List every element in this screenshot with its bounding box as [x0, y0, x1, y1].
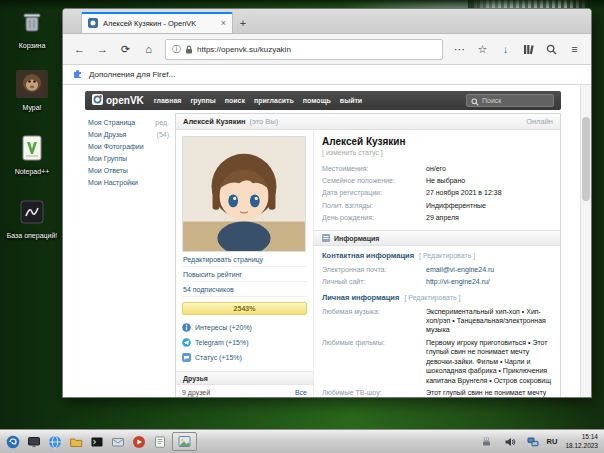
nav-home[interactable]: главная	[154, 97, 182, 104]
contact-edit-link[interactable]: [ Редактировать ]	[419, 252, 475, 259]
perk-telegram[interactable]: Telegram (+15%)	[182, 335, 307, 350]
nav-invite[interactable]: пригласить	[254, 97, 294, 104]
taskbar: RU 15:14 18.12.2023	[0, 429, 604, 453]
nav-groups[interactable]: группы	[190, 97, 215, 104]
interests-icon	[182, 323, 191, 333]
site-logo[interactable]: openVK	[92, 94, 144, 107]
sidebar-item-my-groups[interactable]: Мои Группы	[86, 152, 171, 164]
browser-tab[interactable]: Алексей Кузякин - OpenVK ×	[81, 12, 233, 33]
field-label: Любимые ТВ-шоу:	[322, 388, 426, 397]
usb-tray-icon[interactable]	[478, 433, 496, 451]
site-search-box[interactable]	[466, 94, 554, 107]
email-link[interactable]: email@vi-engine24.ru	[426, 265, 494, 274]
new-tab-button[interactable]: +	[233, 13, 253, 33]
desktop-icon-notepad[interactable]: Notepad++	[4, 134, 60, 176]
file-manager-icon[interactable]	[67, 433, 85, 451]
sidebar-item-my-answers[interactable]: Мои Ответы	[86, 164, 171, 176]
addon-puzzle-icon	[72, 68, 83, 81]
personal-field-row: Любимая музыка: Экспериментальный хип-хо…	[322, 305, 552, 336]
field-value: он/его	[426, 164, 446, 173]
lock-icon	[185, 40, 193, 58]
profile-container: Алексей Кузякин (это Вы) Онлайн	[175, 113, 561, 397]
perk-label: Telegram (+15%)	[195, 339, 249, 346]
downloads-icon[interactable]: ↓	[495, 39, 516, 60]
site-sidebar: Моя Страница ред. Мои Друзья (54) Мои Фо…	[85, 113, 175, 397]
openvk-logo-icon	[92, 94, 103, 107]
search-icon[interactable]	[541, 39, 562, 60]
field-value: Этот глупый свин не понимает мечту девоч…	[426, 388, 552, 397]
personal-edit-link[interactable]: [ Редактировать ]	[404, 294, 460, 301]
nav-logout[interactable]: выйти	[340, 97, 362, 104]
field-label: Личный сайт:	[322, 277, 426, 286]
home-button[interactable]: ⌂	[138, 39, 159, 60]
edit-page-link[interactable]: Редактировать страницу	[182, 252, 307, 267]
desktop-icon-photo[interactable]: Мура!	[4, 70, 60, 112]
personal-title-text: Личная информация	[322, 293, 399, 302]
perk-status[interactable]: Статус (+15%)	[182, 350, 307, 365]
volume-tray-icon[interactable]	[501, 433, 519, 451]
show-desktop-icon[interactable]	[25, 433, 43, 451]
profile-header-you: (это Вы)	[250, 117, 279, 126]
page-actions-icon[interactable]: ⋯	[449, 39, 470, 60]
desktop-icon-trash[interactable]: Корзина	[4, 8, 60, 50]
desktop-icon-app[interactable]: База операций!	[4, 198, 60, 240]
notepad-icon	[19, 134, 45, 166]
bookmark-star-icon[interactable]: ☆	[472, 39, 493, 60]
profile-header-name: Алексей Кузякин	[183, 117, 246, 126]
tray-clock[interactable]: 15:14 18.12.2023	[562, 433, 598, 449]
media-player-icon[interactable]	[130, 433, 148, 451]
desktop-icon-label: Notepad++	[4, 168, 60, 176]
contact-field-row: Электронная почта: email@vi-engine24.ru	[322, 263, 552, 275]
friends-all-link[interactable]: Все	[295, 389, 307, 396]
site-nav: главная группы поиск пригласить помощь в…	[154, 97, 362, 104]
mail-icon[interactable]	[109, 433, 127, 451]
menu-icon[interactable]: ≡	[564, 39, 585, 60]
open-window-task-button[interactable]	[172, 432, 197, 451]
sidebar-item-my-page[interactable]: Моя Страница ред.	[86, 116, 171, 128]
terminal-icon[interactable]	[88, 433, 106, 451]
nav-search[interactable]: поиск	[225, 97, 245, 104]
browser-launcher-icon[interactable]	[46, 433, 64, 451]
site-info-icon[interactable]: ⓘ	[172, 43, 181, 56]
nav-help[interactable]: помощь	[303, 97, 331, 104]
sidebar-item-my-photos[interactable]: Мои Фотографии	[86, 140, 171, 152]
openvk-page: openVK главная группы поиск пригласить п…	[85, 91, 561, 397]
vertical-scrollbar[interactable]	[580, 85, 591, 397]
sidebar-item-extra: (54)	[157, 131, 169, 138]
scrollbar-thumb[interactable]	[582, 117, 590, 201]
sidebar-item-label: Мои Фотографии	[88, 143, 144, 150]
profile-field-row: Семейное положение: Не выбрано	[322, 174, 552, 186]
field-label: Электронная почта:	[322, 265, 426, 274]
boost-rating-link[interactable]: Повысить рейтинг	[182, 267, 307, 282]
network-tray-icon[interactable]	[524, 433, 542, 451]
tab-close-icon[interactable]: ×	[221, 19, 226, 28]
address-bar[interactable]: ⓘ https://openvk.su/kuzyakin	[165, 39, 443, 60]
profile-right-column: Алексей Кузякин [ изменить статус ] Мест…	[314, 130, 560, 397]
website-link[interactable]: http://vi-engine24.ru/	[426, 277, 490, 286]
field-value: 27 ноября 2021 в 12:38	[426, 188, 502, 197]
profile-field-row: Дата регистрации: 27 ноября 2021 в 12:38	[322, 187, 552, 199]
perk-interests[interactable]: Интересы (+20%)	[182, 320, 307, 335]
field-value: Экспериментальный хип-хоп • Хип-хоп/рэп …	[426, 307, 552, 335]
profile-avatar[interactable]	[182, 136, 306, 252]
sidebar-item-extra[interactable]: ред.	[155, 119, 169, 126]
info-section-icon	[322, 234, 330, 243]
tab-title: Алексей Кузякин - OpenVK	[103, 19, 216, 28]
sidebar-item-my-friends[interactable]: Мои Друзья (54)	[86, 128, 171, 140]
sidebar-item-label: Мои Ответы	[88, 167, 128, 174]
text-editor-icon[interactable]	[151, 433, 169, 451]
back-button[interactable]: ←	[69, 39, 90, 60]
tab-strip[interactable]: Алексей Кузякин - OpenVK × +	[63, 9, 591, 34]
search-magnifier-icon	[471, 92, 479, 110]
keyboard-layout-indicator[interactable]: RU	[547, 437, 558, 446]
start-menu-button[interactable]	[4, 433, 22, 451]
library-icon[interactable]	[518, 39, 539, 60]
sidebar-item-my-settings[interactable]: Мои Настройки	[86, 176, 171, 188]
telegram-icon	[182, 338, 191, 348]
addon-notification-bar[interactable]: Дополнения для Firef...	[63, 65, 591, 85]
subscribers-link[interactable]: 54 подписчиков	[182, 282, 307, 297]
forward-button[interactable]: →	[92, 39, 113, 60]
reload-button[interactable]: ⟳	[115, 39, 136, 60]
change-status-link[interactable]: [ изменить статус ]	[322, 149, 552, 156]
site-search-input[interactable]	[482, 97, 552, 104]
